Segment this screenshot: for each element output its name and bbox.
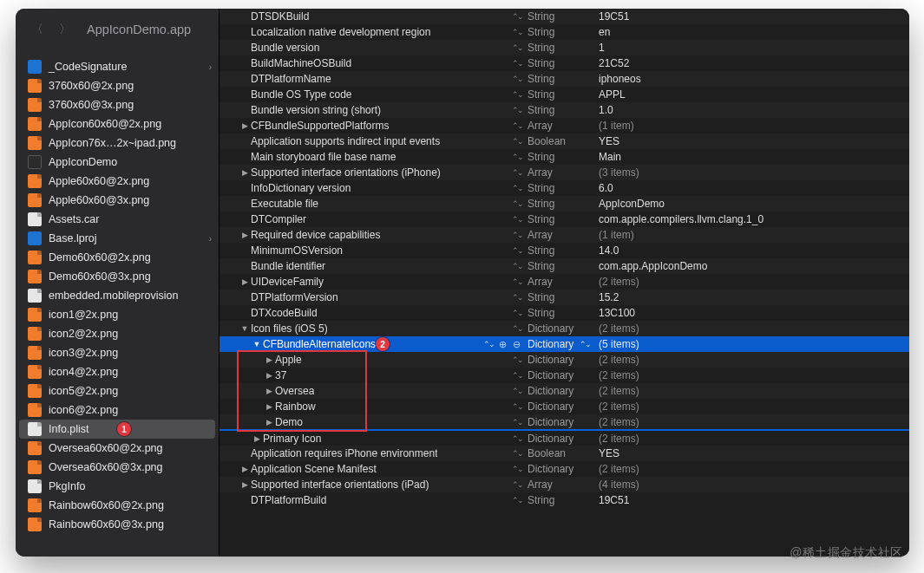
stepper-icon[interactable]: ⌃⌄: [512, 246, 528, 255]
plist-row[interactable]: Localization native development region⌃⌄…: [220, 24, 909, 40]
stepper-icon[interactable]: ⌃⌄: [512, 231, 528, 239]
disclosure-triangle-icon[interactable]: ▶: [265, 387, 273, 395]
stepper-icon[interactable]: ⌃⌄: [512, 106, 528, 114]
stepper-icon[interactable]: ⌃⌄: [512, 168, 528, 177]
stepper-icon[interactable]: ⌃⌄: [512, 309, 528, 317]
file-row[interactable]: icon4@2x.png: [16, 362, 219, 381]
stepper-icon[interactable]: ⌃⌄: [512, 12, 528, 21]
disclosure-triangle-icon[interactable]: ▼: [252, 340, 261, 348]
stepper-icon[interactable]: ⌃⌄: [512, 371, 528, 380]
file-row[interactable]: embedded.mobileprovision: [16, 286, 219, 305]
plist-row[interactable]: ▶Primary Icon⌃⌄Dictionary(2 items): [220, 430, 909, 446]
file-row[interactable]: Info.plist1: [19, 420, 215, 439]
plist-row[interactable]: Bundle identifier⌃⌄Stringcom.app.AppIcon…: [220, 258, 909, 274]
plist-row[interactable]: Main storyboard file base name⌃⌄StringMa…: [220, 149, 909, 165]
stepper-icon[interactable]: ⌃⌄: [512, 496, 528, 505]
plist-row[interactable]: ▶Required device capabilities⌃⌄Array(1 i…: [220, 227, 909, 243]
plist-row[interactable]: Bundle OS Type code⌃⌄StringAPPL: [220, 87, 909, 102]
stepper-icon[interactable]: ⌃⌄: [512, 324, 528, 333]
stepper-icon[interactable]: ⌃⌄: [512, 418, 528, 426]
disclosure-triangle-icon[interactable]: ▶: [240, 465, 249, 473]
file-row[interactable]: icon1@2x.png: [16, 305, 219, 324]
plist-row[interactable]: ▼Icon files (iOS 5)⌃⌄Dictionary(2 items): [220, 321, 909, 336]
stepper-icon[interactable]: ⌃⌄: [512, 90, 528, 99]
stepper-icon[interactable]: ⌃⌄: [512, 215, 528, 224]
plist-row[interactable]: BuildMachineOSBuild⌃⌄String21C52: [220, 55, 909, 71]
file-row[interactable]: _CodeSignature›: [16, 57, 219, 76]
file-row[interactable]: Apple60x60@3x.png: [16, 191, 219, 210]
plist-row[interactable]: ▶Supported interface orientations (iPad)…: [220, 477, 909, 492]
plist-row[interactable]: ▶Oversea⌃⌄Dictionary(2 items): [220, 383, 909, 399]
plist-row[interactable]: DTPlatformVersion⌃⌄String15.2: [220, 290, 909, 305]
stepper-icon[interactable]: ⌃⌄: [512, 59, 528, 68]
disclosure-triangle-icon[interactable]: ▶: [265, 418, 273, 426]
disclosure-triangle-icon[interactable]: ▶: [240, 277, 249, 286]
file-row[interactable]: icon2@2x.png: [16, 324, 219, 343]
plist-row[interactable]: DTPlatformName⌃⌄Stringiphoneos: [220, 71, 909, 87]
stepper-icon[interactable]: ⌃⌄: [512, 355, 528, 364]
plist-row[interactable]: DTXcodeBuild⌃⌄String13C100: [220, 305, 909, 321]
add-remove-icon[interactable]: ⊕ ⊖: [499, 339, 528, 350]
file-row[interactable]: Base.lproj›: [16, 229, 219, 248]
plist-row[interactable]: Bundle version string (short)⌃⌄String1.0: [220, 102, 909, 118]
plist-row[interactable]: ▶Supported interface orientations (iPhon…: [220, 165, 909, 180]
file-row[interactable]: AppIcon60x60@2x.png: [16, 114, 219, 133]
disclosure-triangle-icon[interactable]: ▶: [240, 231, 249, 239]
stepper-icon[interactable]: ⌃⌄: [512, 293, 528, 302]
plist-row[interactable]: ▶37⌃⌄Dictionary(2 items): [220, 368, 909, 383]
stepper-icon[interactable]: ⌃⌄: [512, 153, 528, 161]
plist-row[interactable]: MinimumOSVersion⌃⌄String14.0: [220, 243, 909, 258]
file-row[interactable]: icon5@2x.png: [16, 381, 219, 400]
stepper-icon[interactable]: ⌃⌄: [512, 402, 528, 411]
stepper-icon[interactable]: ⌃⌄: [512, 387, 528, 395]
plist-row[interactable]: ▶Rainbow⌃⌄Dictionary(2 items): [220, 399, 909, 414]
stepper-icon[interactable]: ⌃⌄: [512, 434, 528, 443]
disclosure-triangle-icon[interactable]: ▶: [252, 434, 261, 443]
stepper-icon[interactable]: ⌃⌄: [512, 137, 528, 146]
stepper-icon[interactable]: ⌃⌄: [512, 43, 528, 52]
disclosure-triangle-icon[interactable]: ▶: [240, 121, 249, 130]
file-row[interactable]: icon3@2x.png: [16, 343, 219, 362]
stepper-icon[interactable]: ⌃⌄: [512, 184, 528, 192]
nav-back-icon[interactable]: 〈: [29, 22, 45, 37]
file-row[interactable]: Rainbow60x60@2x.png: [16, 496, 219, 515]
plist-row[interactable]: DTSDKBuild⌃⌄String19C51: [220, 9, 909, 24]
stepper-icon[interactable]: ⌃⌄: [512, 262, 528, 270]
stepper-icon[interactable]: ⌃⌄: [512, 449, 528, 458]
file-row[interactable]: Demo60x60@3x.png: [16, 267, 219, 286]
plist-row[interactable]: Executable file⌃⌄StringAppIconDemo: [220, 196, 909, 212]
stepper-icon[interactable]: ⌃⌄: [512, 480, 528, 489]
file-row[interactable]: 3760x60@3x.png: [16, 95, 219, 114]
file-row[interactable]: 3760x60@2x.png: [16, 76, 219, 95]
plist-row[interactable]: ▶Demo⌃⌄Dictionary(2 items): [220, 414, 909, 430]
stepper-icon[interactable]: ⌃⌄: [512, 75, 528, 83]
disclosure-triangle-icon[interactable]: ▼: [240, 324, 249, 333]
stepper-icon[interactable]: ⌃⌄: [580, 340, 599, 348]
file-row[interactable]: Demo60x60@2x.png: [16, 248, 219, 267]
disclosure-triangle-icon[interactable]: ▶: [240, 168, 249, 177]
disclosure-triangle-icon[interactable]: ▶: [265, 371, 273, 380]
disclosure-triangle-icon[interactable]: ▶: [265, 355, 273, 364]
stepper-icon[interactable]: ⌃⌄: [512, 28, 528, 36]
disclosure-triangle-icon[interactable]: ▶: [265, 402, 273, 411]
stepper-icon[interactable]: ⌃⌄: [512, 199, 528, 208]
plist-row[interactable]: Bundle version⌃⌄String1: [220, 40, 909, 55]
file-row[interactable]: Assets.car: [16, 210, 219, 229]
stepper-icon[interactable]: ⌃⌄: [483, 340, 499, 348]
nav-forward-icon[interactable]: 〉: [57, 22, 73, 37]
file-row[interactable]: Rainbow60x60@3x.png: [16, 515, 219, 534]
file-row[interactable]: icon6@2x.png: [16, 400, 219, 420]
plist-row[interactable]: Application requires iPhone environment⌃…: [220, 446, 909, 461]
file-row[interactable]: AppIconDemo: [16, 153, 219, 172]
plist-row[interactable]: DTCompiler⌃⌄Stringcom.apple.compilers.ll…: [220, 212, 909, 227]
stepper-icon[interactable]: ⌃⌄: [512, 465, 528, 473]
file-row[interactable]: Oversea60x60@3x.png: [16, 458, 219, 477]
plist-row[interactable]: ▼CFBundleAlternateIcons⌃⌄⊕ ⊖Dictionary⌃⌄…: [220, 336, 909, 352]
plist-row[interactable]: ▶Apple⌃⌄Dictionary(2 items): [220, 352, 909, 368]
file-row[interactable]: PkgInfo: [16, 477, 219, 496]
disclosure-triangle-icon[interactable]: ▶: [240, 480, 249, 489]
plist-row[interactable]: InfoDictionary version⌃⌄String6.0: [220, 180, 909, 196]
plist-row[interactable]: ▶UIDeviceFamily⌃⌄Array(2 items): [220, 274, 909, 290]
stepper-icon[interactable]: ⌃⌄: [512, 121, 528, 130]
plist-row[interactable]: ▶CFBundleSupportedPlatforms⌃⌄Array(1 ite…: [220, 118, 909, 133]
